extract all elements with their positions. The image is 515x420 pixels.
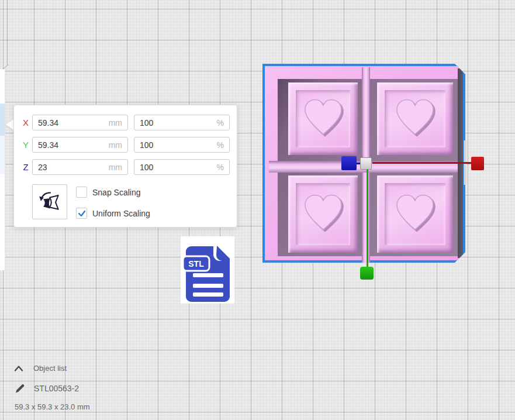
snap-scaling-checkbox[interactable] <box>76 187 87 198</box>
x-axis-label: X <box>20 115 32 130</box>
stl-file-icon: STL <box>181 236 234 304</box>
toolbar-hover-segment <box>0 136 5 174</box>
z-size-unit: mm <box>109 163 122 172</box>
uniform-scaling-label: Uniform Scaling <box>92 209 150 218</box>
z-percent-field[interactable]: % <box>134 159 230 175</box>
chevron-up-icon <box>14 365 23 371</box>
heart-emboss <box>301 97 345 137</box>
cavity-face <box>296 183 350 245</box>
cavity-face <box>385 90 445 147</box>
x-percent-input[interactable] <box>140 118 213 128</box>
mold-cavity-bottom-left <box>288 175 358 253</box>
heart-emboss <box>393 97 437 137</box>
snap-scaling-row: Snap Scaling <box>76 187 141 198</box>
y-axis-label: Y <box>20 137 32 153</box>
cavity-face <box>296 90 350 147</box>
y-size-unit: mm <box>109 140 122 150</box>
scale-handle-z[interactable] <box>341 156 357 170</box>
mold-cavity-top-right <box>377 82 453 155</box>
stl-label: STL <box>188 259 204 268</box>
check-icon <box>78 209 86 218</box>
scale-handle-uniform[interactable] <box>360 157 372 170</box>
panel-pointer-arrow <box>6 119 13 130</box>
x-size-input[interactable] <box>38 118 105 128</box>
x-size-unit: mm <box>109 118 122 128</box>
x-size-field[interactable]: mm <box>32 115 128 130</box>
y-percent-field[interactable]: % <box>134 137 230 153</box>
scale-tool-panel: X mm % Y mm % Z mm <box>13 105 237 228</box>
object-list-header[interactable]: Object list <box>14 364 67 373</box>
x-percent-unit: % <box>217 118 224 128</box>
x-axis-line <box>372 162 471 164</box>
stl-file-badge: STL <box>181 236 234 304</box>
heart-emboss <box>301 192 345 232</box>
snap-scaling-label: Snap Scaling <box>92 188 141 197</box>
y-size-field[interactable]: mm <box>32 137 128 153</box>
uniform-scaling-checkbox[interactable] <box>76 208 87 219</box>
y-size-input[interactable] <box>38 140 105 150</box>
reset-scale-icon <box>37 189 63 215</box>
y-percent-input[interactable] <box>140 140 213 150</box>
cavity-face <box>385 183 445 245</box>
cura-viewport[interactable]: X mm % Y mm % Z mm <box>0 0 515 420</box>
y-percent-unit: % <box>217 140 224 150</box>
object-dimensions: 59.3 x 59.3 x 23.0 mm <box>15 402 90 411</box>
y-row: Y mm % <box>14 137 237 153</box>
object-name: STL00563-2 <box>34 384 79 393</box>
x-row: X mm % <box>14 115 237 130</box>
object-list-title: Object list <box>33 364 67 373</box>
object-list-item[interactable]: STL00563-2 <box>15 383 79 394</box>
z-row: Z mm % <box>14 159 237 175</box>
mold-cavity-bottom-right <box>377 175 453 253</box>
heart-emboss <box>393 192 437 232</box>
scale-tool-highlight <box>0 104 5 136</box>
left-toolbar-edge[interactable] <box>0 69 5 270</box>
mold-cavity-top-left <box>288 82 358 155</box>
reset-scale-button[interactable] <box>32 184 67 219</box>
pencil-icon <box>15 383 25 394</box>
scale-handle-x[interactable] <box>471 157 484 170</box>
uniform-scaling-row: Uniform Scaling <box>76 208 150 219</box>
z-axis-label: Z <box>20 159 32 175</box>
z-size-input[interactable] <box>38 163 105 172</box>
z-percent-input[interactable] <box>140 163 213 172</box>
scale-handle-y[interactable] <box>360 267 374 280</box>
y-axis-line <box>367 169 368 267</box>
z-percent-unit: % <box>217 163 224 172</box>
build-plate-edge <box>7 0 8 65</box>
z-size-field[interactable]: mm <box>32 159 128 175</box>
x-percent-field[interactable]: % <box>134 115 230 130</box>
